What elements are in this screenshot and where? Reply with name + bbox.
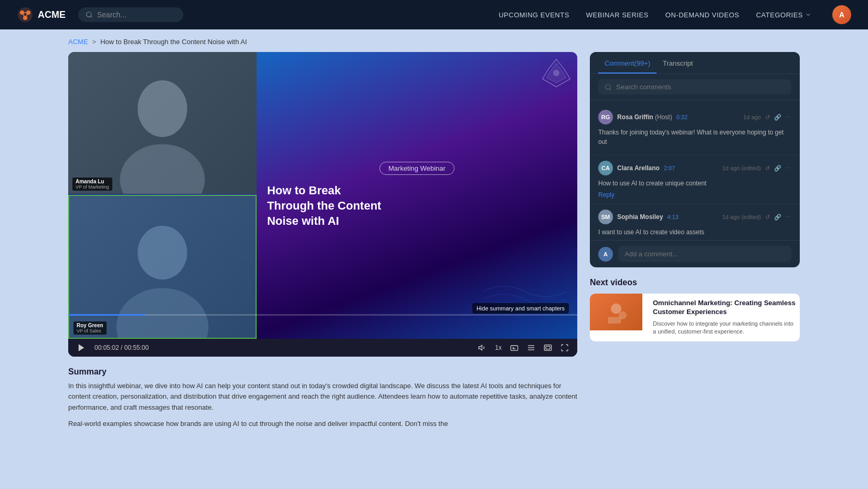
comment-self-avatar: A	[598, 247, 613, 262]
captions-button[interactable]	[510, 344, 518, 352]
comment-more-icon-1[interactable]: ⋯	[786, 114, 791, 121]
next-video-card[interactable]: Omnichannel Marketing: Creating Seamless…	[590, 294, 800, 341]
play-button[interactable]	[77, 343, 86, 352]
svg-point-7	[87, 12, 91, 17]
video-progress-fill	[68, 314, 145, 316]
comment-link-icon-3[interactable]: 🔗	[774, 214, 781, 221]
comment-time-3: 1d ago (edited)	[722, 214, 761, 220]
participant-panel-2: Roy Green VP of Sales	[68, 195, 257, 339]
comment-avatar-1: RG	[598, 110, 613, 124]
svg-rect-22	[546, 346, 550, 349]
svg-rect-17	[511, 346, 517, 350]
comment-text-3: I want to use AI to create video assets	[598, 227, 791, 237]
participant-2-role: VP of Sales	[77, 328, 103, 334]
next-video-title: Omnichannel Marketing: Creating Seamless…	[653, 299, 796, 317]
right-column: Comment(99+) Transcript	[590, 52, 800, 341]
comment-repost-icon-3[interactable]: ↺	[765, 214, 770, 221]
comment-text-1: Thanks for joining today's webinar! What…	[598, 128, 791, 147]
comment-header-1: RG Rosa Griffin (Host) 0:32 1d ago ↺ 🔗 ⋯	[598, 110, 791, 124]
breadcrumb: ACME > How to Break Through the Content …	[68, 29, 800, 52]
comment-name-1: Rosa Griffin (Host)	[617, 113, 672, 121]
comment-input-area: A	[590, 240, 800, 267]
comment-text-2: How to use AI to create unique content	[598, 179, 791, 188]
comment-item-3: SM Sophia Mosiley 4:13 1d ago (edited) ↺…	[590, 204, 800, 240]
participant-2-name: Roy Green	[77, 322, 103, 328]
comment-more-icon-3[interactable]: ⋯	[786, 214, 791, 221]
breadcrumb-home[interactable]: ACME	[68, 38, 88, 46]
volume-button[interactable]	[478, 344, 486, 352]
svg-rect-26	[608, 317, 621, 324]
main-wrapper: ACME > How to Break Through the Content …	[0, 29, 868, 489]
theater-button[interactable]	[544, 344, 552, 352]
tab-transcript[interactable]: Transcript	[657, 52, 699, 74]
summary-paragraph-1: In this insightful webinar, we dive into…	[68, 381, 577, 413]
comment-item: RG Rosa Griffin (Host) 0:32 1d ago ↺ 🔗 ⋯	[590, 105, 800, 155]
svg-marker-15	[79, 344, 84, 351]
comment-timestamp-1[interactable]: 0:32	[676, 114, 687, 120]
webinar-title: How to Break Through the Content Noise w…	[267, 183, 567, 228]
user-avatar[interactable]: A	[832, 5, 851, 24]
nav-categories[interactable]: CATEGORIES	[756, 11, 811, 19]
nav-on-demand[interactable]: ON-DEMAND VIDEOS	[665, 11, 739, 19]
participant-2-label: Roy Green VP of Sales	[73, 321, 107, 335]
wave-decoration	[483, 276, 567, 328]
comment-name-2: Clara Arellano	[617, 164, 660, 172]
comment-repost-icon-1[interactable]: ↺	[765, 114, 770, 121]
comments-search-input[interactable]	[616, 83, 785, 91]
fullscreen-button[interactable]	[560, 344, 569, 352]
comment-avatar-2: CA	[598, 161, 613, 175]
comment-timestamp-3[interactable]: 4:13	[667, 214, 678, 220]
comment-more-icon-2[interactable]: ⋯	[786, 165, 791, 172]
participant-2-silhouette	[69, 196, 256, 338]
content-grid: Amanda Lu VP of Marketing Roy Green	[68, 52, 800, 435]
svg-point-11	[117, 288, 208, 337]
summary-section: Summary In this insightful webinar, we d…	[68, 367, 577, 430]
speed-button[interactable]: 1x	[495, 344, 502, 351]
video-player: Amanda Lu VP of Marketing Roy Green	[68, 52, 577, 357]
search-icon	[86, 11, 93, 18]
video-time: 00:05:02 / 00:55:00	[94, 344, 149, 351]
comment-meta-2: 1d ago (edited) ↺ 🔗 ⋯	[722, 165, 791, 172]
participant-1-role: VP of Marketing	[76, 184, 109, 190]
comment-meta-3: 1d ago (edited) ↺ 🔗 ⋯	[722, 214, 791, 221]
search-input[interactable]	[97, 11, 176, 19]
search-comments-icon	[605, 84, 612, 91]
add-comment-input[interactable]	[618, 246, 791, 262]
comment-name-3: Sophia Mosiley	[617, 213, 663, 221]
breadcrumb-current: How to Break Through the Content Noise w…	[100, 38, 247, 46]
video-progress-bar[interactable]	[68, 314, 577, 316]
nav-upcoming-events[interactable]: UPCOMING EVENTS	[499, 11, 569, 19]
logo-icon	[17, 6, 34, 23]
svg-marker-16	[479, 345, 482, 350]
next-videos-section: Next videos Omnichannel Marketing: Creat…	[590, 278, 800, 341]
comments-panel: Comment(99+) Transcript	[590, 52, 800, 267]
summary-paragraph-2: Real-world examples showcase how brands …	[68, 419, 577, 430]
comment-link-icon-1[interactable]: 🔗	[774, 114, 781, 121]
next-videos-title: Next videos	[590, 278, 800, 287]
tab-comments[interactable]: Comment(99+)	[598, 52, 657, 74]
breadcrumb-separator: >	[92, 38, 97, 46]
video-controls: 00:05:02 / 00:55:00 1x	[68, 339, 577, 357]
hide-summary-button[interactable]: Hide summary and smart chapters	[472, 303, 569, 314]
comment-repost-icon-2[interactable]: ↺	[765, 165, 770, 172]
participant-1-silhouette	[68, 52, 257, 194]
comment-meta-1: 1d ago ↺ 🔗 ⋯	[743, 114, 791, 121]
comments-search-inner[interactable]	[598, 79, 791, 95]
chevron-down-icon	[805, 12, 811, 18]
video-participants: Amanda Lu VP of Marketing Roy Green	[68, 52, 257, 339]
svg-point-14	[553, 70, 559, 76]
chapters-button[interactable]	[527, 344, 535, 352]
svg-point-8	[137, 80, 187, 137]
nav-search-container[interactable]	[78, 7, 183, 22]
nav-webinar-series[interactable]: WEBINAR SERIES	[586, 11, 649, 19]
comment-timestamp-2[interactable]: 2:07	[664, 165, 675, 171]
participant-1-label: Amanda Lu VP of Marketing	[72, 178, 112, 191]
comment-reply-2[interactable]: Reply	[598, 191, 791, 199]
comment-link-icon-2[interactable]: 🔗	[774, 165, 781, 172]
logo-text: ACME	[38, 9, 66, 20]
participant-panel-1: Amanda Lu VP of Marketing	[68, 52, 257, 194]
next-video-description: Discover how to integrate your marketing…	[653, 320, 796, 336]
svg-point-9	[120, 144, 205, 193]
comments-tabs: Comment(99+) Transcript	[590, 52, 800, 74]
logo-link[interactable]: ACME	[17, 6, 66, 23]
